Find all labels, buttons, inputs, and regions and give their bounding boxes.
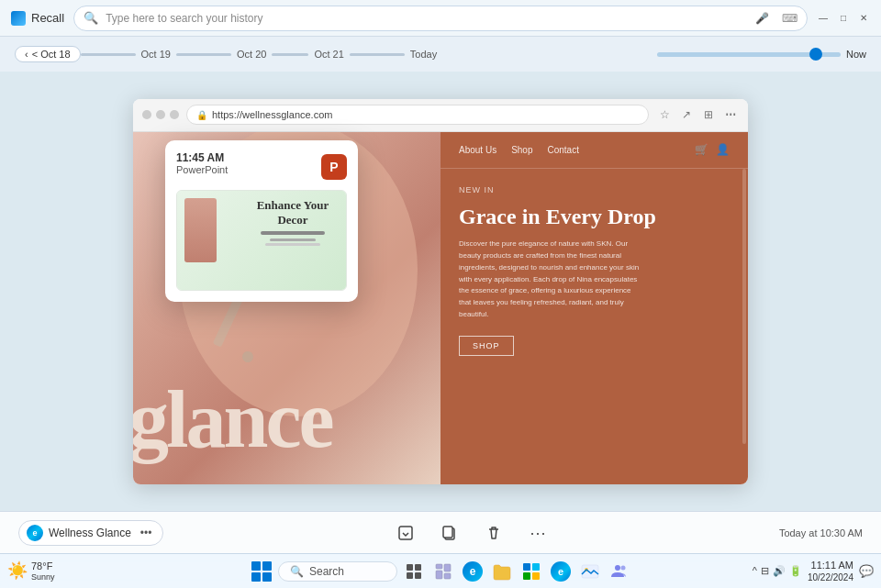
microsoft-store-icon[interactable]: [519, 559, 544, 584]
nav-about[interactable]: About Us: [459, 145, 496, 155]
network-icon[interactable]: ⊟: [761, 565, 769, 577]
website-nav: About Us Shop Contact 🛒 👤: [440, 132, 748, 169]
title-bar: Recall 🔍 Type here to search your histor…: [0, 0, 881, 37]
tab-more-button[interactable]: •••: [140, 527, 152, 539]
photos-icon[interactable]: [577, 559, 603, 584]
taskbar-search-label: Search: [309, 565, 344, 578]
user-icon[interactable]: 👤: [716, 143, 730, 156]
browser-menu-icon[interactable]: ⋯: [722, 106, 739, 123]
tl-line-3: [272, 53, 308, 56]
edge-icon-2: e: [551, 561, 571, 582]
browser-star-icon[interactable]: ☆: [656, 106, 673, 123]
weather-temperature: 78°F: [31, 560, 55, 572]
browser-close-dot[interactable]: [142, 110, 151, 119]
maximize-button[interactable]: □: [837, 12, 850, 25]
tab-label: Wellness Glance: [49, 527, 131, 539]
copy-button[interactable]: [435, 518, 464, 548]
start-button[interactable]: [249, 559, 274, 584]
timeline-oct21[interactable]: Oct 21: [308, 49, 349, 60]
mic-icon[interactable]: 🎤: [755, 12, 769, 25]
nav-contact[interactable]: Contact: [548, 145, 579, 155]
ppt-slide-title: Enhance Your Decor: [247, 198, 339, 227]
action-timestamp: Today at 10:30 AM: [779, 527, 863, 538]
timeline-oct19[interactable]: Oct 19: [136, 49, 176, 60]
browser-extensions-icon[interactable]: ⊞: [700, 106, 717, 123]
website-nav-icons: 🛒 👤: [695, 143, 730, 156]
nav-shop[interactable]: Shop: [511, 145, 532, 155]
timeline-back-label: < Oct 18: [32, 49, 71, 60]
timeline-back-button[interactable]: ‹ < Oct 18: [15, 46, 81, 62]
tl-line-2: [176, 53, 231, 56]
browser-max-dot[interactable]: [170, 110, 179, 119]
hero-description: Discover the pure elegance of nature wit…: [459, 239, 642, 321]
ppt-slide-content: Enhance Your Decor: [177, 191, 346, 290]
recall-icon: [11, 11, 26, 26]
edge-taskbar-icon-2[interactable]: e: [548, 559, 574, 584]
weather-description: Sunny: [31, 572, 55, 583]
search-placeholder: Type here to search your history: [106, 12, 262, 25]
scrollbar[interactable]: [742, 169, 746, 444]
window-controls: — □ ✕: [817, 12, 870, 25]
search-icon: 🔍: [84, 11, 98, 25]
notification-icon[interactable]: 💬: [859, 564, 874, 578]
taskbar-center: 🔍 Search e e: [117, 559, 764, 584]
ppt-slide-preview[interactable]: Enhance Your Decor: [176, 190, 347, 291]
website-product-panel: About Us Shop Contact 🛒 👤 NEW IN Grace i…: [440, 132, 748, 484]
timeline-track[interactable]: [657, 52, 841, 57]
edge-browser-icon: e: [27, 525, 43, 541]
ppt-time: 11:45 AM: [176, 151, 228, 164]
svg-rect-13: [436, 571, 442, 579]
svg-rect-15: [523, 563, 530, 571]
timeline-today[interactable]: Today: [405, 49, 442, 60]
system-clock[interactable]: 11:11 AM 10/22/2024: [808, 559, 853, 583]
browser-share-icon[interactable]: ↗: [678, 106, 695, 123]
timeline-thumb[interactable]: [809, 48, 822, 61]
history-search-bar[interactable]: 🔍 Type here to search your history 🎤 ⌨: [73, 6, 808, 31]
website-hero-content: NEW IN Grace in Every Drop Discover the …: [440, 169, 748, 484]
code-icon[interactable]: ⌨: [782, 12, 797, 25]
widgets-button[interactable]: [430, 559, 456, 584]
app-logo: Recall: [11, 11, 64, 26]
timeline-right: Now: [657, 49, 866, 60]
battery-icon[interactable]: 🔋: [789, 565, 802, 577]
more-button[interactable]: ⋯: [523, 518, 552, 548]
shop-button[interactable]: SHOP: [459, 336, 514, 356]
browser-min-dot[interactable]: [156, 110, 165, 119]
tl-line-1: [81, 53, 136, 56]
close-button[interactable]: ✕: [857, 12, 870, 25]
svg-rect-8: [415, 564, 421, 571]
chevron-icon[interactable]: ^: [753, 565, 757, 576]
screenshot-button[interactable]: [391, 518, 420, 548]
timeline-dates: Oct 19 Oct 20 Oct 21 Today: [81, 49, 657, 60]
ppt-slide-image: [184, 198, 217, 262]
app-title: Recall: [31, 11, 64, 25]
active-tab[interactable]: e Wellness Glance •••: [18, 520, 163, 546]
ppt-app-name: PowerPoint: [176, 164, 228, 175]
file-explorer-icon[interactable]: [489, 559, 515, 584]
edge-taskbar-icon[interactable]: e: [460, 559, 485, 584]
ppt-popup-time-info: 11:45 AM PowerPoint: [176, 151, 228, 183]
cart-icon[interactable]: 🛒: [695, 143, 708, 156]
timeline-oct20[interactable]: Oct 20: [231, 49, 272, 60]
weather-info: 78°F Sunny: [31, 560, 55, 583]
action-center-buttons: ⋯: [391, 518, 552, 548]
taskbar-right: ^ ⊟ 🔊 🔋 11:11 AM 10/22/2024 💬: [764, 559, 874, 583]
taskbar-search[interactable]: 🔍 Search: [278, 561, 397, 582]
svg-point-21: [615, 565, 620, 571]
timeline-now-label: Now: [846, 49, 866, 60]
taskbar-search-icon: 🔍: [290, 565, 304, 578]
browser-url-bar[interactable]: 🔒 https://wellnessglance.com: [186, 105, 649, 125]
minimize-button[interactable]: —: [817, 12, 830, 25]
volume-icon[interactable]: 🔊: [773, 565, 786, 577]
powerpoint-popup: 11:45 AM PowerPoint P Enhance Your Decor: [165, 140, 358, 302]
clock-date: 10/22/2024: [808, 571, 853, 583]
browser-toolbar-icons: ☆ ↗ ⊞ ⋯: [656, 106, 739, 123]
teams-icon[interactable]: [607, 559, 632, 584]
glance-hero-text: glance: [133, 373, 332, 466]
task-view-button[interactable]: [401, 559, 427, 584]
delete-button[interactable]: [479, 518, 508, 548]
lock-icon: 🔒: [196, 110, 207, 120]
svg-rect-17: [523, 572, 530, 580]
svg-rect-7: [407, 564, 413, 571]
svg-rect-16: [532, 563, 540, 571]
